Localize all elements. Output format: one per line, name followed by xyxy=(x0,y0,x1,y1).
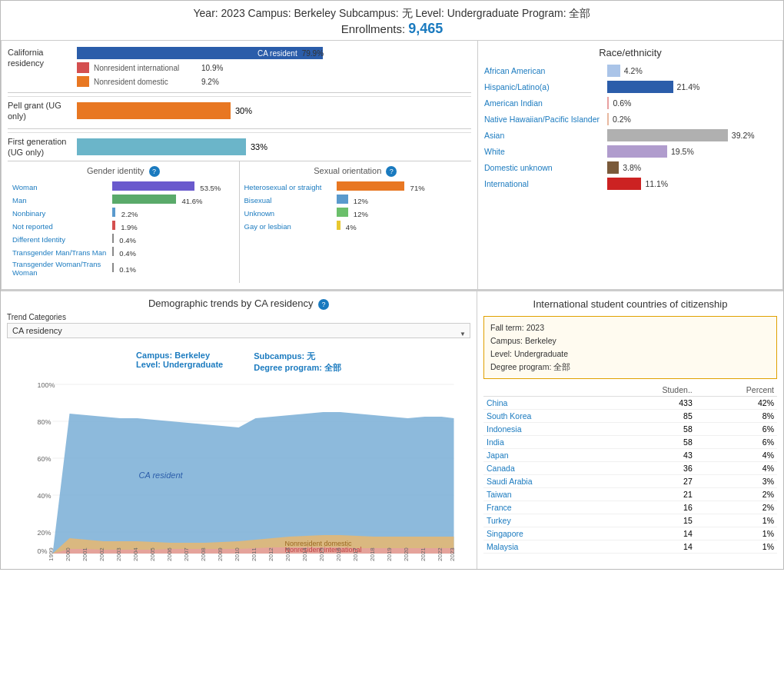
nonresident-intl-value: 10.9% xyxy=(201,64,223,72)
demographic-trends-panel: Demographic trends by CA residency ? Tre… xyxy=(1,291,477,569)
country-cell: India xyxy=(483,435,608,448)
area-chart: 100% 80% 60% 40% 20% 0% CA xyxy=(7,378,470,563)
first-gen-label: First generation (UG only) xyxy=(8,136,77,158)
pell-label: Pell grant (UG only) xyxy=(8,100,77,122)
sexual-val: 4% xyxy=(346,223,357,231)
gender-val: 0.1% xyxy=(119,265,136,274)
svg-text:2015: 2015 xyxy=(318,547,325,561)
race-row-label: Native Hawaiian/Pacific Islander xyxy=(484,115,607,124)
intl-table: Studen.. Percent China 433 42% South Kor… xyxy=(483,384,777,554)
gender-row: Transgender Woman/Trans Woman 0.1% xyxy=(12,260,234,277)
nonresident-intl-label: Nonresident international xyxy=(94,64,201,72)
svg-text:2004: 2004 xyxy=(132,547,139,561)
race-bar xyxy=(607,65,620,77)
ca-resident-area xyxy=(53,412,454,554)
race-row-label: African American xyxy=(484,66,607,75)
svg-text:2021: 2021 xyxy=(420,547,427,561)
table-row: India 58 6% xyxy=(483,435,777,448)
race-bar xyxy=(607,113,609,125)
enrollments-label: Enrollments: xyxy=(341,22,405,35)
percent-cell: 3% xyxy=(696,474,777,487)
col-students: Studen.. xyxy=(608,384,695,397)
sexual-row-label: Bisexual xyxy=(244,196,337,205)
race-val: 19.5% xyxy=(671,147,694,156)
sexual-bar xyxy=(337,221,341,230)
svg-text:2007: 2007 xyxy=(183,547,190,561)
area-chart-svg: 100% 80% 60% 40% 20% 0% CA xyxy=(7,378,470,563)
race-bar xyxy=(607,81,673,93)
first-gen-bar xyxy=(77,138,246,155)
gender-bar xyxy=(112,234,114,243)
sexual-val: 71% xyxy=(410,184,425,192)
svg-text:2019: 2019 xyxy=(386,547,393,561)
table-row: Singapore 14 1% xyxy=(483,527,777,540)
table-row: Saudi Arabia 27 3% xyxy=(483,474,777,487)
trend-dropdown[interactable]: CA residency xyxy=(7,323,470,338)
trend-title: Demographic trends by CA residency ? xyxy=(7,298,470,310)
svg-text:2020: 2020 xyxy=(403,547,410,561)
gender-row-label: Transgender Man/Trans Man xyxy=(12,248,112,257)
gender-bar-wrap: 0.1% xyxy=(112,263,234,274)
race-row-label: Asian xyxy=(484,131,607,140)
country-cell: France xyxy=(483,500,608,514)
trend-dropdown-wrapper: CA residency xyxy=(7,323,470,344)
table-row: Indonesia 58 6% xyxy=(483,422,777,435)
trend-help-icon[interactable]: ? xyxy=(318,299,329,310)
students-cell: 58 xyxy=(608,422,695,435)
gender-row-label: Not reported xyxy=(12,222,112,231)
ca-resident-value: 79.9% xyxy=(302,49,324,58)
gender-bar xyxy=(112,181,194,191)
percent-cell: 2% xyxy=(696,487,777,500)
percent-cell: 8% xyxy=(696,409,777,422)
table-row: Canada 36 4% xyxy=(483,461,777,474)
gender-row-label: Transgender Woman/Trans Woman xyxy=(12,260,112,277)
svg-text:2000: 2000 xyxy=(65,547,71,561)
country-cell: Singapore xyxy=(483,527,608,540)
top-left-panel: California residency CA resident 79.9% N… xyxy=(2,41,478,290)
gender-rows: Woman 53.5% Man 41.6% Nonbinary 2.2% Not… xyxy=(12,181,234,277)
percent-cell: 1% xyxy=(696,540,777,553)
percent-cell: 6% xyxy=(696,435,777,448)
header-enrollments: Enrollments: 9,465 xyxy=(1,21,783,37)
race-row: African American 4.2% xyxy=(484,65,776,77)
race-val: 4.2% xyxy=(624,66,643,75)
race-title: Race/ethnicity xyxy=(484,47,776,58)
svg-text:2006: 2006 xyxy=(166,547,173,561)
race-bar xyxy=(607,129,728,141)
divider-1 xyxy=(8,92,471,93)
race-bar-area: 39.2% xyxy=(607,129,776,141)
sexual-help-icon[interactable]: ? xyxy=(386,166,397,177)
race-rows: African American 4.2% Hispanic/Latino(a)… xyxy=(484,65,776,190)
percent-cell: 1% xyxy=(696,514,777,527)
svg-text:100%: 100% xyxy=(38,381,55,389)
gender-bar xyxy=(112,221,115,230)
gender-help-icon[interactable]: ? xyxy=(149,166,160,177)
nonresident-dom-label: Nonresident domestic xyxy=(94,78,201,86)
country-cell: South Korea xyxy=(483,409,608,422)
race-bar xyxy=(607,161,619,174)
sexual-row: Bisexual 12% xyxy=(244,195,467,206)
svg-text:40%: 40% xyxy=(38,492,51,500)
ca-residency-section: California residency CA resident 79.9% N… xyxy=(8,47,471,89)
sexual-bar-wrap: 4% xyxy=(337,221,467,232)
gender-bar-wrap: 0.4% xyxy=(112,234,234,245)
race-val: 0.6% xyxy=(613,98,631,108)
sexual-row: Heterosexual or straight 71% xyxy=(244,181,467,193)
sexual-row: Unknown 12% xyxy=(244,208,467,219)
race-row: White 19.5% xyxy=(484,145,776,158)
col-percent: Percent xyxy=(696,384,777,397)
country-cell: Japan xyxy=(483,448,608,461)
sexual-row-label: Heterosexual or straight xyxy=(244,183,337,191)
race-bar-area: 0.6% xyxy=(607,97,776,109)
gender-row-label: Woman xyxy=(12,183,112,191)
svg-text:2002: 2002 xyxy=(98,547,105,561)
nonresident-dom-icon xyxy=(77,76,89,87)
sexual-orientation-section: Sexual orientation ? Heterosexual or str… xyxy=(240,161,472,283)
country-cell: Canada xyxy=(483,461,608,474)
race-bar-area: 21.4% xyxy=(607,81,776,93)
race-val: 39.2% xyxy=(732,131,755,140)
svg-text:2012: 2012 xyxy=(267,547,274,561)
intl-degree: Degree program: 全部 xyxy=(490,361,770,374)
sexual-row-label: Gay or lesbian xyxy=(244,222,337,231)
students-cell: 16 xyxy=(608,500,695,514)
